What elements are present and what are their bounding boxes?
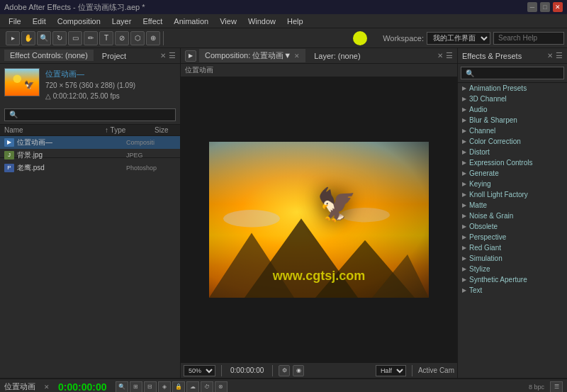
effects-panel-menu[interactable]: ☰	[556, 51, 563, 60]
tl-btn-1[interactable]: ⊞	[130, 381, 142, 393]
footer-divider-2	[272, 365, 273, 376]
effect-group-noise-grain[interactable]: ▶ Noise & Grain	[458, 211, 567, 221]
tab-project[interactable]: Project	[96, 50, 132, 62]
tool-brush[interactable]: ⊘	[115, 31, 129, 45]
effect-group-simulation[interactable]: ▶ Simulation	[458, 253, 567, 264]
effect-group-expression-controls[interactable]: ▶ Expression Controls	[458, 157, 567, 168]
effect-group-stylize[interactable]: ▶ Stylize	[458, 264, 567, 274]
composition-header: ▶ Composition: 位置动画▼ ✕ Layer: (none) ✕ ☰	[181, 48, 457, 64]
tool-text[interactable]: T	[99, 31, 113, 45]
tool-arrow[interactable]: ▸	[6, 31, 20, 45]
tool-rotate[interactable]: ↻	[52, 31, 67, 45]
timeline-tab[interactable]: 位置动画	[4, 381, 35, 392]
tool-puppet[interactable]: ⊕	[146, 31, 160, 45]
effect-group-channel[interactable]: ▶ Channel	[458, 125, 567, 136]
menu-layer[interactable]: Layer	[106, 16, 137, 27]
file-item-psd[interactable]: P 老鹰.psd Photoshop	[0, 162, 180, 174]
menu-file[interactable]: File	[3, 16, 27, 27]
workspace-select[interactable]: 我的工作界面	[427, 32, 490, 45]
timeline: 位置动画 ✕ 0:00:00:00 🔍 ⊞ ⊟ ◈ 🔒 ☁ ⏱ ⊗ 8 bpc …	[0, 378, 567, 392]
file-name-comp: 位置动画—	[17, 138, 52, 147]
file-item-jpg[interactable]: J 背景.jpg JPEG	[0, 149, 180, 162]
tab-effect-controls[interactable]: Effect Controls: (none)	[4, 50, 94, 62]
effect-label: Animation Presets	[469, 84, 527, 92]
tool-shape[interactable]: ▭	[68, 31, 82, 45]
arrow-icon: ▶	[462, 234, 466, 240]
tab-layer[interactable]: Layer: (none)	[308, 50, 366, 62]
comp-panel-close[interactable]: ✕	[437, 52, 443, 60]
quality-select[interactable]: Half	[376, 365, 406, 376]
file-type-comp: Compositi	[126, 139, 176, 146]
tl-btn-6[interactable]: ⏱	[201, 381, 213, 393]
effect-controls-panel: Effect Controls: (none) Project ✕ ☰	[0, 48, 180, 158]
effects-search-input[interactable]	[461, 67, 564, 79]
effect-group-animation-presets[interactable]: ▶ Animation Presets	[458, 83, 567, 94]
comp-panel-icon: ▶	[185, 50, 196, 62]
center-panel: ▶ Composition: 位置动画▼ ✕ Layer: (none) ✕ ☰…	[181, 48, 457, 378]
file-item-comp[interactable]: ▶ 位置动画— Compositi	[0, 136, 180, 149]
effect-group-3d-channel[interactable]: ▶ 3D Channel	[458, 94, 567, 104]
maximize-button[interactable]: □	[540, 2, 550, 12]
effect-group-blur-sharpen[interactable]: ▶ Blur & Sharpen	[458, 115, 567, 125]
search-help-input[interactable]	[493, 32, 564, 45]
menu-view[interactable]: View	[214, 16, 242, 27]
effect-group-knoll-light-factory[interactable]: ▶ Knoll Light Factory	[458, 189, 567, 200]
tab-composition[interactable]: Composition: 位置动画▼ ✕	[199, 49, 305, 62]
tool-roto[interactable]: ⬡	[130, 31, 145, 45]
menu-animation[interactable]: Animation	[168, 16, 214, 27]
menu-help[interactable]: Help	[281, 16, 309, 27]
tl-btn-4[interactable]: 🔒	[172, 381, 185, 393]
tl-settings-btn[interactable]: ☰	[550, 381, 563, 393]
comp-render-btn[interactable]: ◉	[293, 365, 304, 376]
effect-group-obsolete[interactable]: ▶ Obsolete	[458, 221, 567, 232]
timecode-display: 0:00:00:00	[230, 366, 264, 374]
panel-menu-icon[interactable]: ☰	[169, 51, 176, 60]
menu-effect[interactable]: Effect	[137, 16, 168, 27]
tl-btn-2[interactable]: ⊟	[144, 381, 157, 393]
arrow-icon: ▶	[462, 106, 466, 113]
timeline-tab-close[interactable]: ✕	[44, 383, 50, 391]
watermark-text: www.cgtsj.com	[273, 269, 365, 284]
project-search-input[interactable]	[4, 108, 176, 121]
effect-group-text[interactable]: ▶ Text	[458, 285, 567, 296]
effect-group-distort[interactable]: ▶ Distort	[458, 147, 567, 157]
comp-settings-btn[interactable]: ⚙	[279, 365, 290, 376]
menu-composition[interactable]: Composition	[52, 16, 106, 27]
effect-group-red-giant[interactable]: ▶ Red Giant	[458, 242, 567, 253]
effect-group-keying[interactable]: ▶ Keying	[458, 179, 567, 189]
menu-window[interactable]: Window	[242, 16, 281, 27]
minimize-button[interactable]: ─	[527, 2, 537, 12]
effect-group-color-correction[interactable]: ▶ Color Correction	[458, 136, 567, 147]
tool-pen[interactable]: ✏	[84, 31, 98, 45]
arrow-icon: ▶	[462, 181, 466, 187]
close-button[interactable]: ✕	[553, 2, 563, 12]
effect-group-synthetic-aperture[interactable]: ▶ Synthetic Aperture	[458, 274, 567, 285]
tl-btn-search[interactable]: 🔍	[116, 381, 128, 393]
effect-group-perspective[interactable]: ▶ Perspective	[458, 232, 567, 242]
tl-btn-7[interactable]: ⊗	[215, 381, 228, 393]
tool-hand[interactable]: ✋	[21, 31, 35, 45]
panel-close-icon[interactable]: ✕	[160, 52, 166, 60]
effect-label: Audio	[469, 106, 488, 113]
col-header-type: ↑ Type	[105, 126, 155, 134]
timeline-tools: 🔍 ⊞ ⊟ ◈ 🔒 ☁ ⏱ ⊗	[116, 381, 228, 393]
file-icon-psd: P	[4, 164, 14, 172]
effect-group-audio[interactable]: ▶ Audio	[458, 104, 567, 115]
effect-label: Keying	[469, 180, 491, 188]
menu-edit[interactable]: Edit	[27, 16, 52, 27]
tl-btn-5[interactable]: ☁	[186, 381, 199, 393]
comp-tab-label: Composition: 位置动画▼	[205, 50, 291, 61]
comp-panel-menu[interactable]: ☰	[446, 51, 453, 60]
effects-panel-close[interactable]: ✕	[547, 52, 553, 60]
arrow-icon: ▶	[462, 85, 466, 91]
effect-label: Blur & Sharpen	[469, 116, 517, 124]
zoom-select[interactable]: 50%	[184, 365, 215, 376]
svg-point-7	[223, 210, 280, 227]
effect-group-matte[interactable]: ▶ Matte	[458, 200, 567, 211]
file-icon-comp: ▶	[4, 138, 14, 147]
comp-tab-close[interactable]: ✕	[294, 52, 300, 60]
effect-group-generate[interactable]: ▶ Generate	[458, 168, 567, 179]
tl-btn-3[interactable]: ◈	[158, 381, 171, 393]
tool-zoom[interactable]: 🔍	[37, 31, 51, 45]
eagle-silhouette: 🦅	[317, 185, 357, 223]
